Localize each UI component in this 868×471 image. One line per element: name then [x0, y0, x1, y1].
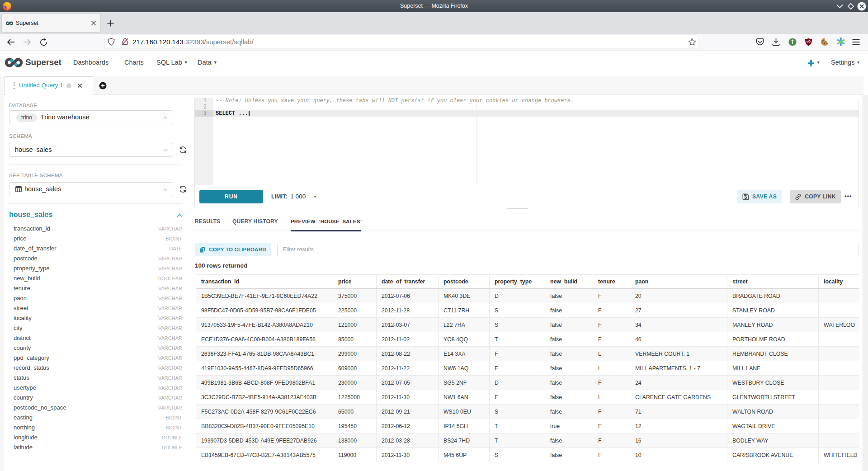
svg-text:uO: uO — [807, 40, 811, 43]
